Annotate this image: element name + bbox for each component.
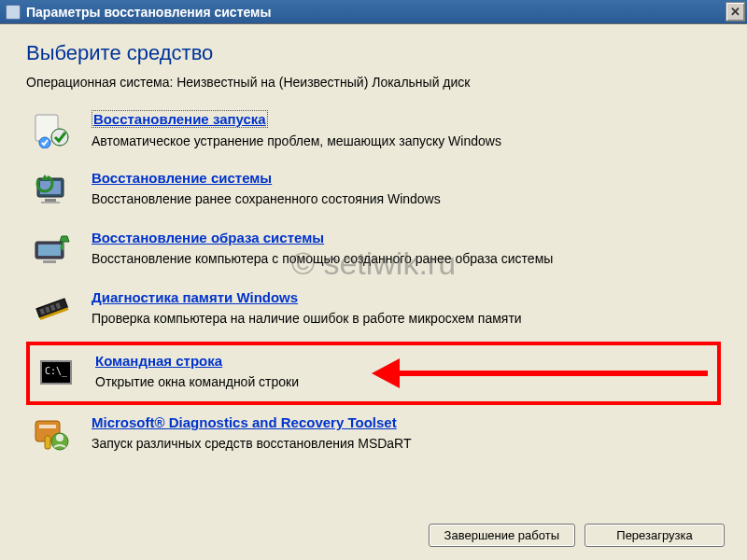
svg-rect-11 <box>38 245 61 256</box>
image-recovery-icon <box>30 230 75 269</box>
svg-text:C:\_: C:\_ <box>45 366 68 377</box>
msdart-link[interactable]: Microsoft® Diagnostics and Recovery Tool… <box>92 414 397 430</box>
command-prompt-icon: C:\_ <box>34 353 78 392</box>
titlebar: Параметры восстановления системы ✕ <box>0 0 747 24</box>
close-button[interactable]: ✕ <box>726 2 745 21</box>
window-title: Параметры восстановления системы <box>26 5 726 20</box>
tools-list: Восстановление запуска Автоматическое ус… <box>26 103 721 463</box>
restart-button[interactable]: Перезагрузка <box>585 524 725 547</box>
memory-diagnostic-desc: Проверка компьютера на наличие ошибок в … <box>92 311 717 326</box>
shutdown-button[interactable]: Завершение работы <box>429 524 575 547</box>
highlight-arrow <box>372 358 708 388</box>
svg-marker-12 <box>60 236 69 242</box>
startup-repair-link[interactable]: Восстановление запуска <box>92 110 268 128</box>
svg-rect-14 <box>43 260 56 263</box>
command-prompt-link[interactable]: Командная строка <box>95 353 222 369</box>
svg-rect-24 <box>39 425 56 428</box>
svg-rect-6 <box>45 199 56 202</box>
memory-diagnostic-link[interactable]: Диагностика памяти Windows <box>92 289 298 305</box>
close-icon: ✕ <box>730 5 740 19</box>
footer-buttons: Завершение работы Перезагрузка <box>429 524 725 547</box>
svg-rect-27 <box>45 436 50 449</box>
os-info-line: Операционная система: Неизвестный на (Не… <box>26 75 721 90</box>
tool-command-prompt: C:\_ Командная строка Открытие окна кома… <box>26 342 721 405</box>
tool-msdart: Microsoft® Diagnostics and Recovery Tool… <box>26 407 721 463</box>
memory-diagnostic-icon <box>30 289 75 329</box>
image-recovery-desc: Восстановление компьютера с помощью созд… <box>92 251 717 266</box>
system-restore-link[interactable]: Восстановление системы <box>92 170 272 186</box>
image-recovery-link[interactable]: Восстановление образа системы <box>92 230 324 245</box>
svg-point-26 <box>56 434 63 441</box>
msdart-icon <box>30 414 75 454</box>
system-restore-icon <box>30 170 75 209</box>
arrow-head-icon <box>372 358 400 388</box>
content-area: Выберите средство Операционная система: … <box>0 24 747 482</box>
app-icon <box>6 5 21 20</box>
tool-system-restore: Восстановление системы Восстановление ра… <box>26 162 721 218</box>
startup-repair-icon <box>30 110 75 149</box>
msdart-desc: Запуск различных средств восстановления … <box>92 436 717 451</box>
tool-startup-repair: Восстановление запуска Автоматическое ус… <box>26 103 721 159</box>
system-restore-desc: Восстановление ранее сохраненного состоя… <box>92 191 717 206</box>
tool-memory-diagnostic: Диагностика памяти Windows Проверка комп… <box>26 282 721 338</box>
startup-repair-desc: Автоматическое устранение проблем, мешаю… <box>92 133 717 148</box>
page-heading: Выберите средство <box>26 41 721 65</box>
tool-image-recovery: Восстановление образа системы Восстановл… <box>26 222 721 278</box>
arrow-line <box>400 371 708 376</box>
svg-rect-7 <box>41 202 60 203</box>
